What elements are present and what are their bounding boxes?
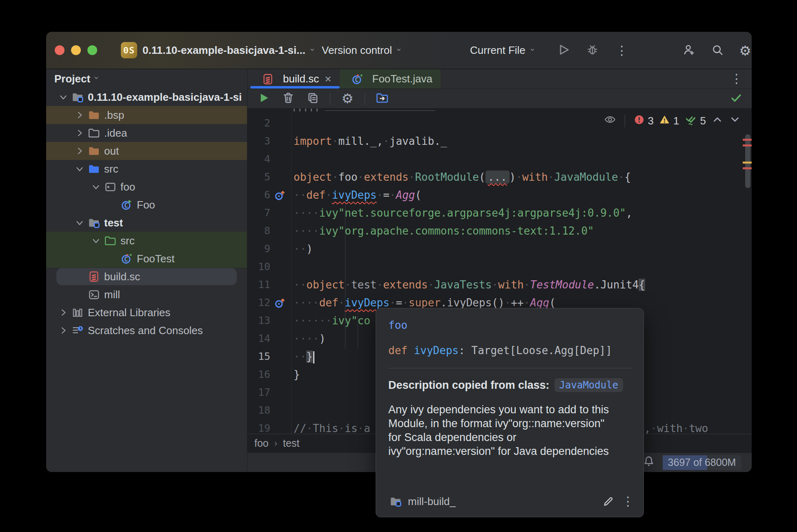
select-in-project-button[interactable] (375, 91, 390, 106)
chevron-down-icon (530, 44, 537, 57)
checks-icon (685, 113, 697, 129)
search-everywhere-button[interactable] (708, 42, 726, 60)
debug-button[interactable] (583, 42, 601, 60)
minimize-window-button[interactable] (71, 45, 81, 55)
copy-icon (306, 91, 319, 106)
documentation-popup: foo def ivyDeps: Target[Loose.Agg[Dep]] … (376, 308, 644, 517)
next-problem-button[interactable] (729, 113, 741, 129)
breadcrumb-item-foo[interactable]: foo (254, 437, 269, 449)
line-number: 7 (247, 204, 270, 222)
maximize-window-button[interactable] (87, 45, 97, 55)
play-icon (257, 91, 270, 106)
overriding-method-gutter-icon[interactable] (274, 297, 286, 309)
tree-item-footest[interactable]: CFooTest (46, 250, 247, 268)
close-window-button[interactable] (55, 45, 65, 55)
tab-footest-java[interactable]: C FooTest.java (340, 69, 441, 89)
tree-collapsed-chevron-icon[interactable] (75, 128, 85, 138)
warning-icon (659, 114, 670, 128)
project-name: 0.11.10-example-basicjava-1-si... (142, 44, 305, 57)
tree-item-test[interactable]: test (46, 214, 247, 232)
line-number: 19 (247, 419, 270, 434)
svg-text:C: C (124, 202, 128, 209)
run-button[interactable] (554, 42, 572, 60)
gear-icon: ⚙ (341, 92, 354, 105)
checks-passed-button[interactable] (729, 91, 744, 106)
tree-item-src[interactable]: src (46, 232, 247, 250)
tree-item-src[interactable]: src (46, 160, 247, 178)
tree-item-label: FooTest (137, 253, 175, 265)
tree-collapsed-chevron-icon[interactable] (75, 146, 85, 156)
warning-stripe-mark[interactable] (743, 162, 752, 164)
tree-item-external-libraries[interactable]: External Libraries (46, 304, 247, 321)
tree-expanded-chevron-icon[interactable] (91, 236, 101, 246)
inspections-widget[interactable]: 3 1 5 (604, 113, 741, 129)
edit-source-button[interactable] (601, 494, 616, 509)
doc-symbol-link[interactable]: foo (388, 319, 631, 331)
error-stripe-mark[interactable] (743, 144, 752, 146)
error-stripe-mark[interactable] (743, 139, 752, 141)
popup-divider (387, 368, 632, 368)
tree-collapsed-chevron-icon[interactable] (58, 308, 68, 317)
tree-item-foo[interactable]: foo (46, 178, 247, 196)
module-folder-icon (88, 217, 100, 229)
tree-item-out[interactable]: out (46, 142, 247, 160)
code-text: ··} (294, 348, 314, 366)
code-text: import·mill._,·javalib._ (294, 132, 447, 150)
folder-plain-icon (88, 127, 100, 139)
kebab-menu-icon: ⋮ (616, 44, 628, 57)
line-number: 15 (247, 348, 270, 366)
memory-indicator[interactable]: 3697 of 6800M (663, 455, 741, 470)
overriding-method-gutter-icon[interactable] (274, 189, 286, 201)
tree-item-0-11-10-example-basicjava-1-si[interactable]: 0.11.10-example-basicjava-1-si (46, 88, 247, 106)
doc-class-link[interactable]: JavaModule (554, 378, 623, 392)
title-bar: 0S 0.11.10-example-basicjava-1-si... Ver… (46, 32, 752, 69)
code-with-me-button[interactable] (680, 42, 698, 60)
error-stripe-mark[interactable] (743, 167, 752, 169)
tree-collapsed-chevron-icon[interactable] (75, 110, 85, 120)
run-toolbar: ⚙ (247, 89, 752, 109)
svg-text:C: C (124, 256, 128, 263)
tree-item--bsp[interactable]: .bsp (46, 106, 247, 124)
bug-icon (586, 43, 599, 58)
script-settings-button[interactable]: ⚙ (340, 91, 355, 106)
tree-item-label: External Libraries (88, 306, 170, 319)
tree-item-mill[interactable]: mill (46, 286, 247, 304)
more-actions-button[interactable]: ⋮ (613, 42, 631, 60)
tree-item--idea[interactable]: .idea (46, 124, 247, 142)
close-tab-icon[interactable]: × (325, 73, 331, 86)
tree-expanded-chevron-icon[interactable] (91, 182, 101, 192)
tree-expanded-chevron-icon[interactable] (75, 164, 85, 174)
editor-tab-bar: build.sc × C FooTest.java ⋮ (247, 69, 752, 89)
prev-problem-button[interactable] (711, 113, 724, 129)
project-panel-header[interactable]: Project (46, 69, 247, 88)
tree-item-scratches-and-consoles[interactable]: Scratches and Consoles (46, 321, 247, 339)
doc-description-label: Description copied from class: (388, 379, 550, 392)
tree-item-build-sc[interactable]: build.sc (46, 268, 247, 286)
tree-expanded-chevron-icon[interactable] (58, 92, 68, 102)
project-switcher-menu[interactable]: 0.11.10-example-basicjava-1-si... (142, 32, 317, 69)
tab-build-sc[interactable]: build.sc × (250, 69, 340, 89)
run-configuration-selector[interactable]: Current File (470, 32, 537, 69)
line-number: 12 (247, 294, 270, 312)
copy-button[interactable] (305, 91, 320, 106)
tree-item-foo[interactable]: CFoo (46, 196, 247, 214)
doc-more-menu[interactable]: ⋮ (621, 494, 635, 509)
tab-options-menu[interactable]: ⋮ (730, 73, 743, 85)
breadcrumb-item-test[interactable]: test (283, 437, 299, 449)
line-number: 8 (247, 222, 270, 240)
code-text: ····ivy"net.sourceforge.argparse4j:argpa… (294, 204, 632, 222)
chevron-down-icon (396, 44, 403, 57)
run-script-button[interactable] (256, 91, 271, 106)
delete-button[interactable] (281, 91, 296, 106)
code-text: ····) (294, 330, 325, 348)
clipped-line-remnant (294, 109, 319, 111)
vcs-menu[interactable]: Version control (322, 32, 403, 69)
scrollbar[interactable] (745, 134, 750, 188)
warning-count: 1 (673, 115, 679, 127)
tree-collapsed-chevron-icon[interactable] (58, 326, 68, 335)
tree-expanded-chevron-icon[interactable] (75, 218, 85, 228)
doc-signature: def ivyDeps: Target[Loose.Agg[Dep]] (388, 344, 631, 357)
tree-indent (107, 254, 117, 264)
settings-button[interactable]: ⚙ (736, 42, 752, 60)
notifications-button[interactable] (642, 455, 655, 470)
